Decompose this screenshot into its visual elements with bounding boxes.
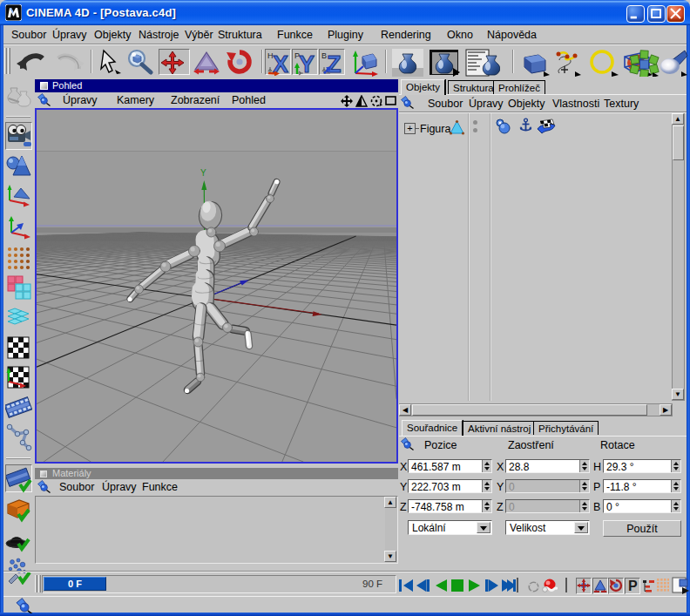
svg-text:B: B	[321, 51, 327, 60]
svg-text:H: H	[267, 51, 274, 60]
svg-text:P: P	[294, 51, 300, 60]
svg-text:Y: Y	[299, 51, 315, 76]
svg-text:Z: Z	[327, 51, 342, 76]
svg-text:Y: Y	[200, 168, 206, 178]
